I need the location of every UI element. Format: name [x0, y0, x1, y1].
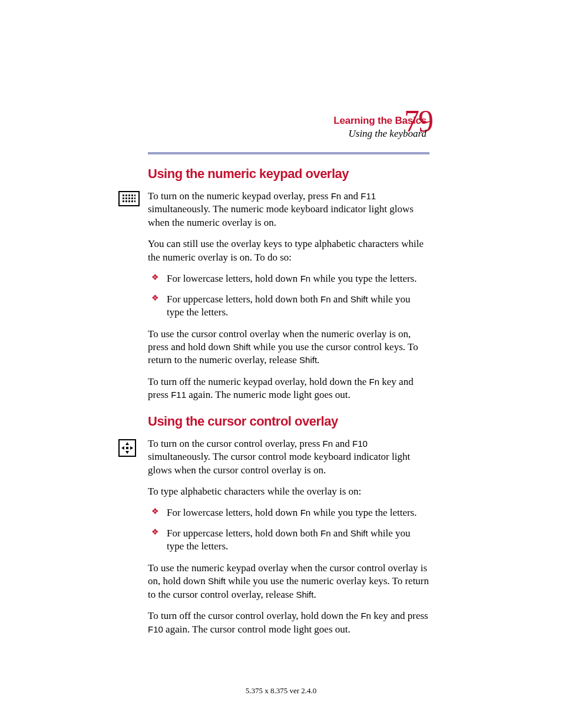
page: 79 Learning the Basics Using the keyboar… — [0, 0, 562, 728]
text: while you type the letters. — [310, 273, 416, 284]
svg-rect-8 — [131, 197, 133, 199]
text: . — [317, 354, 319, 365]
svg-rect-19 — [126, 447, 128, 449]
key-fn: Fn — [320, 528, 331, 538]
svg-rect-6 — [125, 197, 127, 199]
footer-text: 5.375 x 8.375 ver 2.4.0 — [0, 686, 562, 696]
key-fn: Fn — [323, 439, 333, 449]
heading-numeric-overlay: Using the numeric keypad overlay — [148, 166, 429, 182]
paragraph: To turn on the cursor control overlay, p… — [148, 437, 429, 477]
text: simultaneously. The numeric mode keyboar… — [148, 203, 414, 228]
paragraph: To turn on the numeric keypad overlay, p… — [148, 190, 429, 229]
section-cursor-overlay: Using the cursor control overlay To turn… — [148, 414, 429, 636]
svg-rect-5 — [123, 197, 124, 199]
key-fn: Fn — [300, 274, 311, 284]
paragraph: You can still use the overlay keys to ty… — [148, 238, 429, 264]
section-title: Using the keyboard — [132, 128, 427, 140]
text: To turn on the numeric keypad overlay, p… — [148, 190, 331, 202]
text: . — [313, 589, 316, 600]
body-content: Using the numeric keypad overlay To turn… — [148, 166, 429, 644]
svg-rect-1 — [125, 195, 127, 196]
list-item: For lowercase letters, hold down Fn whil… — [148, 506, 429, 519]
header-rule — [148, 152, 429, 154]
heading-cursor-overlay: Using the cursor control overlay — [148, 414, 429, 429]
svg-marker-16 — [125, 451, 129, 454]
numeric-keypad-icon — [118, 191, 140, 206]
paragraph: To use the numeric keypad overlay when t… — [148, 562, 429, 601]
key-fn: Fn — [331, 191, 342, 201]
text: For lowercase letters, hold down — [167, 273, 300, 284]
paragraph: To use the cursor control overlay when t… — [148, 328, 429, 367]
svg-rect-4 — [134, 195, 135, 196]
text: To turn off the cursor control overlay, … — [148, 610, 361, 621]
text: and — [331, 294, 351, 305]
running-head: Learning the Basics Using the keyboard — [132, 115, 427, 140]
key-fn: Fn — [369, 377, 380, 387]
text: and — [341, 190, 361, 202]
key-shift: Shift — [208, 576, 226, 586]
chapter-title: Learning the Basics — [132, 115, 427, 127]
key-shift: Shift — [233, 342, 250, 352]
svg-rect-10 — [123, 200, 124, 202]
svg-rect-3 — [131, 195, 133, 196]
bullet-list: For lowercase letters, hold down Fn whil… — [148, 272, 429, 319]
key-f10: F10 — [352, 439, 368, 449]
key-fn: Fn — [300, 508, 311, 518]
svg-rect-2 — [128, 195, 130, 196]
svg-marker-15 — [125, 442, 129, 445]
key-f11: F11 — [361, 191, 376, 201]
list-item: For lowercase letters, hold down Fn whil… — [148, 272, 429, 285]
cursor-control-icon — [118, 439, 136, 457]
key-fn: Fn — [320, 294, 331, 304]
text: and — [331, 528, 351, 539]
text: To turn off the numeric keypad overlay, … — [148, 376, 369, 387]
text: and — [333, 438, 352, 449]
svg-rect-13 — [131, 200, 133, 202]
svg-marker-18 — [130, 446, 133, 450]
svg-marker-17 — [121, 446, 124, 450]
key-fn: Fn — [361, 611, 371, 621]
text: For lowercase letters, hold down — [167, 507, 300, 518]
paragraph: To turn off the cursor control overlay, … — [148, 610, 429, 636]
text: simultaneously. The cursor control mode … — [148, 451, 410, 475]
key-shift: Shift — [296, 589, 313, 599]
text: again. The cursor control mode light goe… — [163, 624, 351, 635]
svg-rect-12 — [128, 200, 130, 202]
key-f10: F10 — [148, 624, 163, 634]
svg-rect-14 — [134, 200, 135, 202]
svg-rect-11 — [125, 200, 127, 202]
svg-rect-0 — [123, 195, 124, 196]
text: To turn on the cursor control overlay, p… — [148, 438, 323, 449]
text: key and press — [371, 610, 428, 621]
text: For uppercase letters, hold down both — [167, 294, 320, 305]
text: while you type the letters. — [310, 507, 416, 518]
bullet-list: For lowercase letters, hold down Fn whil… — [148, 506, 429, 553]
key-f11: F11 — [171, 390, 186, 400]
paragraph: To type alphabetic characters while the … — [148, 485, 429, 498]
key-shift: Shift — [351, 528, 368, 538]
svg-rect-7 — [128, 197, 130, 199]
list-item: For uppercase letters, hold down both Fn… — [148, 293, 429, 319]
text: For uppercase letters, hold down both — [167, 528, 320, 539]
text: again. The numeric mode light goes out. — [186, 389, 351, 400]
list-item: For uppercase letters, hold down both Fn… — [148, 527, 429, 554]
section-numeric-overlay: Using the numeric keypad overlay To turn… — [148, 166, 429, 402]
paragraph: To turn off the numeric keypad overlay, … — [148, 375, 429, 402]
key-shift: Shift — [299, 355, 317, 365]
svg-rect-9 — [134, 197, 135, 199]
key-shift: Shift — [351, 294, 368, 304]
